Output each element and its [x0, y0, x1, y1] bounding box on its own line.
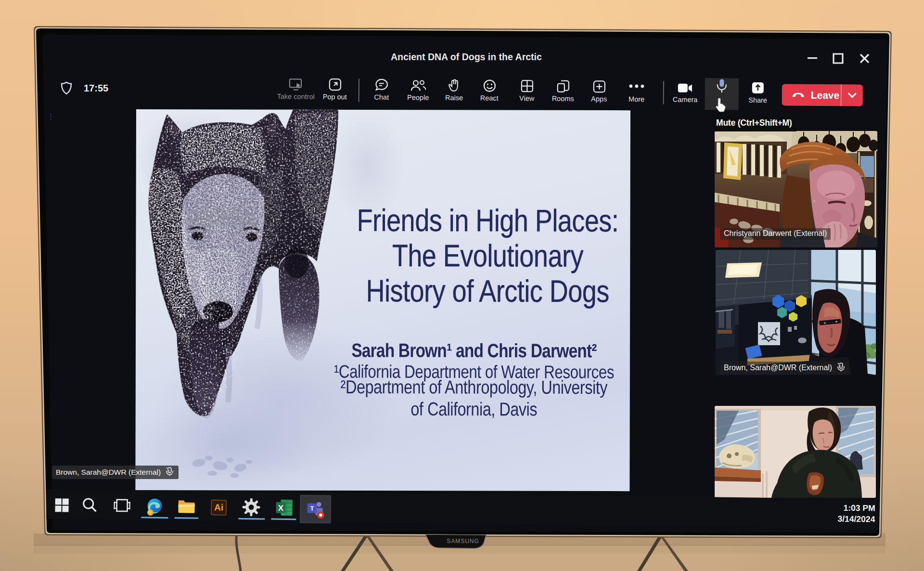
svg-text:X: X	[278, 504, 284, 513]
svg-text:T: T	[310, 505, 314, 512]
svg-text:SAMSUNG: SAMSUNG	[447, 538, 479, 545]
